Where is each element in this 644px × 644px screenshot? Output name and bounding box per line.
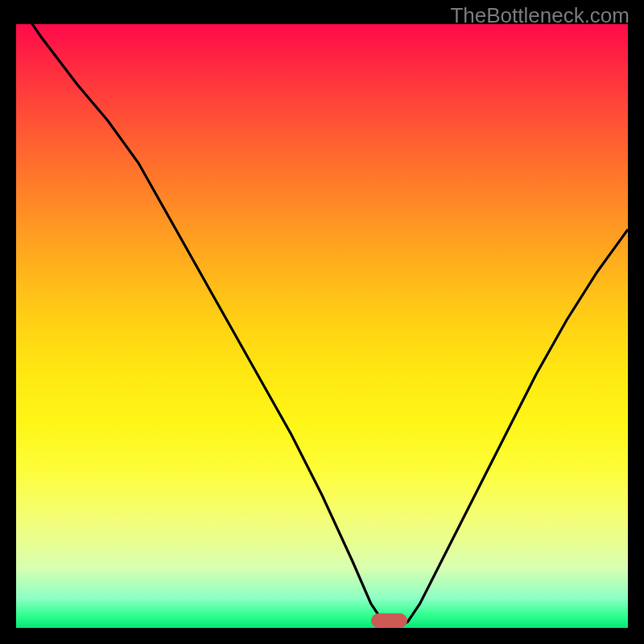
plot-area [16,24,628,628]
bottleneck-curve [16,24,628,628]
chart-container: TheBottleneck.com [0,0,644,644]
optimal-marker [371,613,408,628]
curve-path [16,24,628,628]
watermark-text: TheBottleneck.com [450,3,630,28]
